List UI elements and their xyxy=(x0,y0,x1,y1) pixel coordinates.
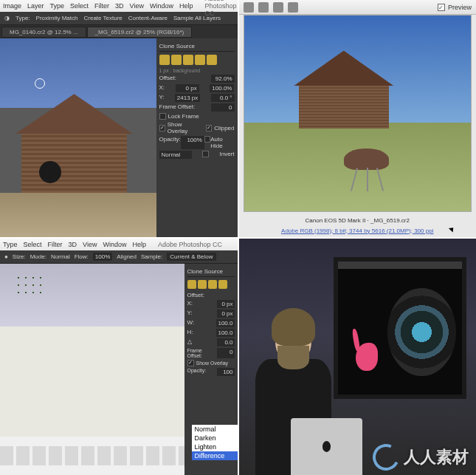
y-label: Y: xyxy=(187,310,193,318)
mac-menubar: Type Select Filter 3D View Window Help A… xyxy=(0,239,238,250)
option-create-texture[interactable]: Create Texture xyxy=(83,15,122,21)
image-palm xyxy=(15,274,44,311)
zoom-tool-icon[interactable] xyxy=(244,2,254,13)
blend-option[interactable]: Normal xyxy=(192,425,238,434)
watermark: 人人素材 xyxy=(373,444,469,471)
watermark-text: 人人素材 xyxy=(404,446,469,468)
secondary-label: 1 px : background xyxy=(159,68,235,73)
hand-tool-icon[interactable] xyxy=(258,2,269,13)
option-sample-all[interactable]: Sample All Layers xyxy=(173,15,221,21)
menu-item[interactable]: Help xyxy=(179,2,193,10)
crop-tool-icon[interactable] xyxy=(273,2,283,13)
width-field[interactable]: 100.0 xyxy=(216,319,234,327)
blend-mode-select[interactable]: Normal xyxy=(159,151,192,159)
document-tab[interactable]: _MG_6519.cr2 @ 25% (RGB/16*) xyxy=(87,27,193,38)
offset-x-field[interactable]: 0 px xyxy=(176,84,199,92)
invert-label: Invert xyxy=(219,151,234,159)
menu-item[interactable]: Filter xyxy=(94,2,109,10)
brush-cursor-icon xyxy=(35,78,45,89)
option-proximity[interactable]: Proximity Match xyxy=(36,15,78,21)
lock-frame-checkbox[interactable] xyxy=(159,113,166,120)
flow-field[interactable]: 100% xyxy=(93,253,112,261)
clone-preset-icon[interactable] xyxy=(207,55,217,65)
offset-y-field[interactable]: 2413 px xyxy=(175,94,200,102)
offset-label: Offset: xyxy=(187,292,204,298)
image-building xyxy=(0,327,184,437)
image-cabin xyxy=(15,94,133,193)
option-type: Type: xyxy=(15,15,30,21)
menu-item[interactable]: View xyxy=(83,241,97,248)
menu-item[interactable]: Select xyxy=(24,241,42,248)
height-field[interactable]: 100.0 xyxy=(216,329,234,337)
menu-item[interactable]: Type xyxy=(50,2,65,10)
mode-select[interactable]: Normal xyxy=(51,253,70,260)
lock-frame-label: Lock Frame xyxy=(168,113,199,120)
menu-item[interactable]: Type xyxy=(3,241,18,248)
menu-item[interactable]: Help xyxy=(132,241,146,248)
image-railing xyxy=(0,437,184,475)
straighten-tool-icon[interactable] xyxy=(288,2,298,13)
clone-preset-icon[interactable] xyxy=(208,280,217,289)
app-title: Adobe Photoshop CC xyxy=(158,241,222,248)
menu-item[interactable]: Layer xyxy=(27,2,44,10)
clone-preset-icon[interactable] xyxy=(218,280,227,289)
opacity-field[interactable]: 100% xyxy=(181,136,204,149)
frame-offset-field[interactable]: 0 xyxy=(211,103,235,112)
workflow-options-link[interactable]: Adobe RGB (1998); 8 bit; 3744 by 5616 (2… xyxy=(239,228,477,234)
auto-hide-checkbox[interactable] xyxy=(204,136,210,143)
panel-title: Clone Source xyxy=(187,267,235,277)
height-field[interactable]: 100.0% xyxy=(210,84,234,92)
angle-field[interactable]: 0.0 xyxy=(217,338,235,346)
clone-preset-icon[interactable] xyxy=(171,55,182,65)
menu-item[interactable]: 3D xyxy=(115,2,124,10)
aligned-checkbox-label[interactable]: Aligned xyxy=(117,253,137,260)
blend-option-selected[interactable]: Difference xyxy=(192,451,238,460)
clipped-checkbox[interactable] xyxy=(206,125,212,131)
menu-item[interactable]: 3D xyxy=(69,241,77,248)
canvas-area[interactable] xyxy=(0,38,156,237)
x-label: X: xyxy=(187,300,193,308)
opacity-label: Opacity: xyxy=(187,368,207,376)
clone-preset-icon[interactable] xyxy=(195,55,205,65)
width-field[interactable]: 92.0% xyxy=(211,75,235,83)
sample-select[interactable]: Current & Below xyxy=(167,253,215,261)
preview-checkbox[interactable] xyxy=(438,4,445,11)
flow-label: Flow: xyxy=(75,253,89,260)
show-overlay-checkbox[interactable] xyxy=(159,125,165,131)
image-flamingo xyxy=(348,326,385,383)
canvas-area[interactable] xyxy=(0,264,184,476)
clone-preset-icon[interactable] xyxy=(198,280,207,289)
sample-label: Sample: xyxy=(141,253,162,260)
menu-item[interactable]: View xyxy=(130,2,144,10)
document-tab[interactable]: MG_0140.cr2 @ 12.5% ... xyxy=(1,27,86,38)
preview-area[interactable] xyxy=(244,15,472,212)
camera-metadata: Canon EOS 5D Mark II · _MG_6519.cr2 xyxy=(239,217,477,224)
blend-option[interactable]: Lighten xyxy=(192,442,238,451)
size-label: Size: xyxy=(13,253,26,260)
clone-source-panel: Clone Source 1 px : background Offset:92… xyxy=(156,38,238,237)
clone-preset-icon[interactable] xyxy=(159,55,170,65)
menu-item[interactable]: Image xyxy=(3,2,21,10)
clone-preset-icon[interactable] xyxy=(187,280,196,289)
clone-preset-icon[interactable] xyxy=(183,55,193,65)
menu-item[interactable]: Window xyxy=(150,2,173,10)
angle-field[interactable]: 0.0 ° xyxy=(211,94,235,102)
frame-offset-field[interactable]: 0 xyxy=(217,348,235,358)
menu-item[interactable]: Window xyxy=(103,241,126,248)
frame-offset-label: Frame Offset: xyxy=(159,103,196,112)
offset-x-field[interactable]: 0 px xyxy=(217,300,235,308)
opacity-field[interactable]: 100 xyxy=(217,368,235,376)
menu-item[interactable]: Select xyxy=(70,2,89,10)
invert-checkbox[interactable] xyxy=(202,151,209,157)
image-grill xyxy=(335,148,399,191)
offset-y-field[interactable]: 0 px xyxy=(217,310,235,318)
preview-label: Preview xyxy=(448,4,472,11)
apple-logo-icon xyxy=(322,441,331,452)
panel-title: Clone Source xyxy=(159,41,235,52)
blend-option[interactable]: Darken xyxy=(192,434,238,442)
menu-item[interactable]: Filter xyxy=(48,241,63,248)
show-overlay-checkbox[interactable] xyxy=(187,360,194,366)
blend-mode-popup[interactable]: Normal Darken Lighten Difference xyxy=(192,425,238,460)
option-content-aware[interactable]: Content-Aware xyxy=(128,15,168,21)
brush-preview-icon[interactable]: ● xyxy=(4,253,8,260)
